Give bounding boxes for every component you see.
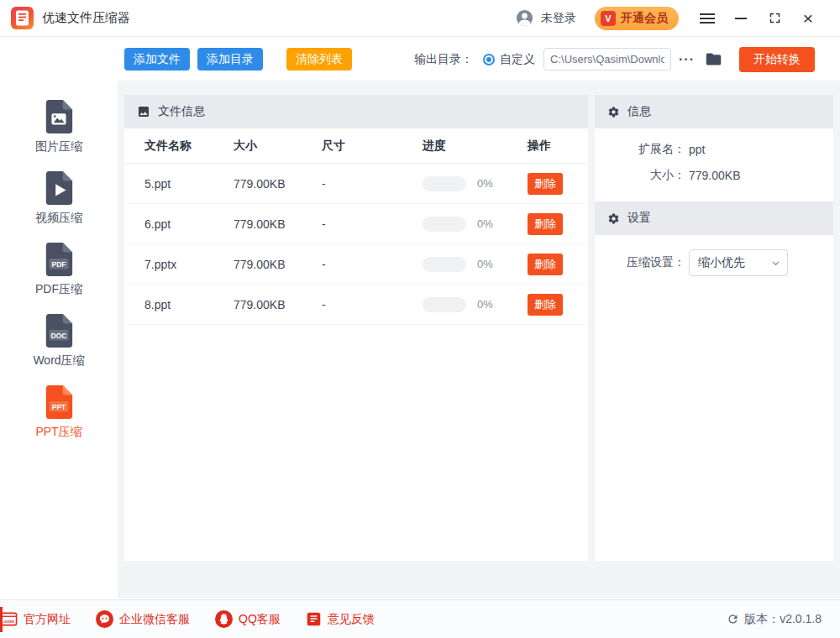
close-button[interactable]: ×	[791, 4, 825, 33]
table-row: 7.pptx 779.00KB - 0% 删除	[124, 244, 588, 285]
file-panel-header: 文件信息	[124, 95, 588, 128]
progress-bar	[423, 297, 466, 312]
sidebar-item-video-compress[interactable]: 视频压缩	[0, 170, 118, 242]
start-convert-button[interactable]: 开始转换	[739, 47, 815, 72]
file-dimension-cell: -	[322, 258, 423, 271]
progress-bar	[423, 257, 466, 272]
custom-output-radio[interactable]	[483, 54, 495, 65]
minimize-icon	[735, 18, 747, 19]
progress-bar	[423, 217, 466, 232]
action-cell: 删除	[528, 173, 588, 195]
progress-percent: 0%	[477, 217, 493, 230]
output-path-input[interactable]	[543, 48, 671, 71]
progress-cell: 0%	[423, 176, 528, 191]
col-filename: 文件名称	[124, 139, 234, 154]
progress-bar	[423, 176, 466, 191]
size-label: 大小：	[595, 168, 685, 183]
gear-icon	[607, 106, 620, 118]
sidebar-item-label: 图片压缩	[35, 139, 82, 154]
progress-cell: 0%	[423, 257, 528, 272]
clear-list-button[interactable]: 清除列表	[286, 48, 352, 71]
col-size: 大小	[234, 139, 322, 154]
progress-percent: 0%	[477, 298, 493, 311]
compression-setting-value: 缩小优先	[698, 255, 771, 270]
file-name-cell: 7.pptx	[124, 258, 234, 271]
login-status[interactable]: 未登录	[541, 11, 576, 26]
svg-text:.com: .com	[3, 619, 14, 624]
delete-button[interactable]: 删除	[528, 173, 563, 195]
footer-link-label: 意见反馈	[328, 612, 375, 627]
file-dimension-cell: -	[322, 177, 423, 191]
qq-support-link[interactable]: QQ客服	[215, 610, 281, 628]
app-window: 优速文件压缩器 未登录 V 开通会员	[0, 0, 840, 638]
progress-cell: 0%	[423, 297, 528, 312]
add-file-button[interactable]: 添加文件	[124, 48, 190, 71]
toolbar: 添加文件 添加目录 清除列表 输出目录： 自定义 ··· 开始转换	[118, 38, 840, 81]
video-file-icon	[43, 170, 75, 206]
footer-accent-bar	[0, 607, 3, 632]
action-cell: 删除	[528, 213, 588, 235]
official-website-link[interactable]: .com 官方网址	[0, 610, 71, 628]
delete-button[interactable]: 删除	[528, 254, 563, 275]
info-panel-body: 扩展名： ppt 大小： 779.00KB	[595, 128, 833, 183]
file-name-cell: 5.ppt	[124, 177, 234, 191]
sidebar-item-label: PPT压缩	[35, 425, 81, 440]
vip-icon: V	[601, 11, 616, 26]
action-cell: 删除	[528, 254, 588, 275]
info-panel-header: 信息	[595, 95, 833, 128]
delete-button[interactable]: 删除	[528, 213, 563, 235]
chevron-down-icon	[771, 259, 780, 268]
extension-value: ppt	[689, 143, 705, 156]
feedback-link[interactable]: 意见反馈	[306, 611, 375, 627]
info-panel: 信息 扩展名： ppt 大小： 779.00KB	[595, 95, 833, 201]
sidebar: 图片压缩 视频压缩 PDF PDF压缩 DOC	[0, 38, 118, 599]
extension-label: 扩展名：	[595, 142, 685, 157]
svg-text:PDF: PDF	[51, 260, 66, 269]
sidebar-item-pdf-compress[interactable]: PDF PDF压缩	[0, 242, 118, 313]
wechat-icon	[96, 610, 113, 628]
compression-setting-select[interactable]: 缩小优先	[689, 249, 788, 276]
user-avatar-icon[interactable]	[515, 8, 534, 28]
qq-icon	[215, 610, 233, 628]
image-icon	[137, 105, 150, 118]
wechat-support-link[interactable]: 企业微信客服	[96, 610, 190, 628]
file-size-cell: 779.00KB	[234, 298, 322, 311]
titlebar: 优速文件压缩器 未登录 V 开通会员	[0, 0, 840, 37]
sidebar-item-label: PDF压缩	[35, 282, 82, 297]
footer-link-label: 企业微信客服	[119, 612, 190, 627]
sidebar-item-word-compress[interactable]: DOC Word压缩	[0, 313, 118, 384]
minimize-button[interactable]	[724, 4, 758, 33]
col-action: 操作	[528, 139, 588, 154]
footer-link-label: QQ客服	[239, 612, 281, 627]
window-controls: ×	[690, 4, 825, 33]
file-dimension-cell: -	[322, 298, 423, 311]
file-name-cell: 6.ppt	[124, 217, 234, 231]
app-logo-icon	[11, 7, 34, 29]
size-value: 779.00KB	[689, 169, 741, 182]
action-cell: 删除	[528, 294, 588, 316]
svg-text:PPT: PPT	[52, 403, 66, 411]
extension-row: 扩展名： ppt	[595, 142, 833, 157]
file-size-cell: 779.00KB	[234, 177, 322, 191]
version-text: 版本：v2.0.1.8	[744, 612, 822, 627]
image-file-icon	[43, 99, 75, 134]
add-directory-button[interactable]: 添加目录	[197, 48, 263, 71]
col-progress: 进度	[423, 139, 528, 154]
sidebar-item-ppt-compress[interactable]: PPT PPT压缩	[0, 384, 118, 456]
sidebar-item-label: Word压缩	[33, 353, 84, 369]
delete-button[interactable]: 删除	[528, 294, 563, 316]
maximize-button[interactable]	[758, 4, 791, 33]
browse-more-button[interactable]: ···	[679, 52, 695, 67]
compression-setting-label: 压缩设置：	[595, 255, 685, 270]
menu-button[interactable]	[690, 4, 724, 33]
gear-icon	[607, 212, 620, 225]
file-name-cell: 8.ppt	[124, 298, 234, 311]
titlebar-right: 未登录 V 开通会员 ×	[515, 4, 825, 33]
open-folder-button[interactable]	[705, 50, 722, 68]
feedback-icon	[306, 611, 322, 627]
table-header: 文件名称 大小 尺寸 进度 操作	[124, 128, 588, 164]
doc-file-icon: DOC	[43, 313, 75, 348]
settings-panel: 设置 压缩设置： 缩小优先	[595, 201, 833, 561]
vip-button[interactable]: V 开通会员	[595, 7, 679, 30]
sidebar-item-image-compress[interactable]: 图片压缩	[0, 99, 118, 170]
